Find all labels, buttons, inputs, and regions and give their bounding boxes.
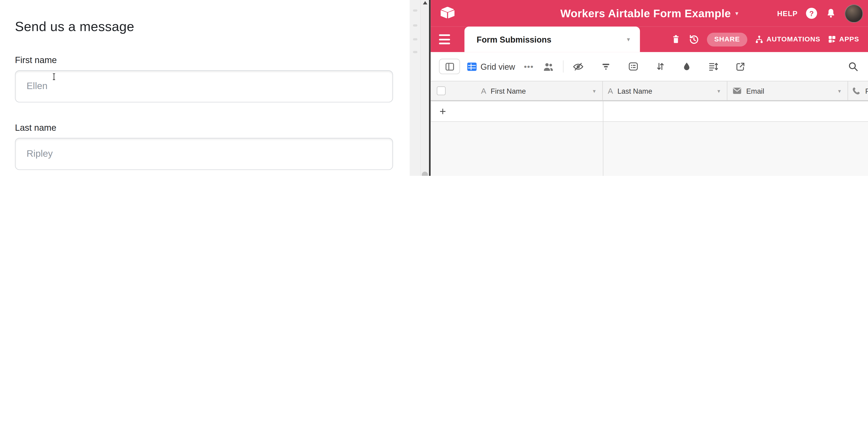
- color-icon[interactable]: [682, 61, 691, 72]
- contact-form: Send us a message First name Last name E…: [15, 0, 393, 176]
- airtable-topbar: Workers Airtable Form Example ▾ HELP ?: [431, 0, 868, 27]
- base-title[interactable]: Workers Airtable Form Example: [560, 7, 731, 20]
- gutter-tick: [413, 51, 417, 53]
- view-more-icon[interactable]: •••: [524, 62, 534, 71]
- hide-fields-icon[interactable]: [572, 61, 584, 72]
- column-header-first-name[interactable]: A First Name ▾: [431, 82, 603, 100]
- share-view-icon[interactable]: [735, 61, 746, 72]
- email-field-type-icon: [732, 87, 742, 95]
- last-name-field-group: Last name: [15, 122, 393, 170]
- apps-button[interactable]: APPS: [828, 35, 859, 44]
- airtable-viewbar: Grid view •••: [431, 52, 868, 81]
- grid-header-row: A First Name ▾ A Last Name ▾ Email ▾: [431, 81, 868, 101]
- notifications-bell-icon[interactable]: [826, 8, 836, 19]
- sort-icon[interactable]: [655, 61, 665, 71]
- first-name-field-group: First name: [15, 55, 393, 102]
- add-row-button[interactable]: +: [431, 101, 868, 122]
- sidebar-icon: [445, 62, 454, 71]
- history-icon[interactable]: [688, 34, 700, 46]
- airtable-window: Workers Airtable Form Example ▾ HELP ? F…: [431, 0, 868, 176]
- views-sidebar-toggle-button[interactable]: [439, 59, 460, 74]
- row-height-icon[interactable]: [708, 61, 719, 71]
- first-name-label: First name: [15, 55, 57, 65]
- automations-icon: [754, 34, 764, 44]
- window-divider: [429, 0, 431, 176]
- apps-label: APPS: [839, 35, 859, 43]
- page-gutter: [410, 0, 420, 176]
- text-cursor-ibeam: [52, 73, 57, 80]
- tables-menu-icon[interactable]: [439, 34, 450, 44]
- page-scroll-thumb[interactable]: [422, 172, 428, 176]
- trash-icon[interactable]: [671, 34, 681, 45]
- view-name[interactable]: Grid view: [480, 62, 515, 71]
- select-all-checkbox[interactable]: [437, 86, 446, 95]
- collaborators-icon[interactable]: [542, 61, 554, 72]
- screen: Send us a message First name Last name E…: [0, 0, 868, 176]
- column-name: Email: [746, 87, 764, 95]
- column-caret-icon[interactable]: ▾: [838, 88, 841, 94]
- table-tab-label: Form Submissions: [464, 34, 551, 44]
- text-field-type-icon: A: [608, 86, 613, 95]
- gutter-tick: [413, 24, 417, 27]
- base-title-caret-icon[interactable]: ▾: [735, 10, 738, 17]
- last-name-label: Last name: [15, 122, 56, 133]
- column-header-email[interactable]: Email ▾: [727, 82, 848, 100]
- help-question-icon[interactable]: ?: [806, 8, 817, 19]
- text-field-type-icon: A: [481, 86, 486, 95]
- column-border-line: [603, 101, 603, 176]
- filter-icon[interactable]: [601, 62, 611, 71]
- help-button[interactable]: HELP: [777, 9, 798, 18]
- grid-canvas: [431, 122, 868, 176]
- page-scrollbar[interactable]: [420, 0, 429, 176]
- scrollbar-up-arrow-icon[interactable]: [423, 1, 427, 4]
- share-button[interactable]: SHARE: [707, 32, 747, 46]
- first-name-input[interactable]: [15, 70, 393, 103]
- group-icon[interactable]: [628, 61, 639, 71]
- phone-field-type-icon: [851, 86, 861, 95]
- airtable-tabbar: Form Submissions ▾ SHARE AUTOMATIONS: [431, 27, 868, 52]
- form-title: Send us a message: [15, 18, 393, 35]
- user-avatar[interactable]: [845, 4, 863, 22]
- automations-label: AUTOMATIONS: [766, 35, 820, 43]
- search-icon[interactable]: [847, 61, 859, 72]
- apps-icon: [828, 35, 836, 44]
- contact-form-page: Send us a message First name Last name E…: [0, 0, 410, 176]
- gutter-tick: [413, 38, 417, 40]
- grid-view-icon[interactable]: [467, 62, 476, 71]
- last-name-input[interactable]: [15, 138, 393, 170]
- tab-form-submissions[interactable]: Form Submissions ▾: [464, 27, 640, 52]
- column-header-phone[interactable]: Phone: [848, 82, 868, 100]
- table-tab-caret-icon[interactable]: ▾: [627, 36, 630, 43]
- column-name: First Name: [491, 87, 526, 95]
- automations-button[interactable]: AUTOMATIONS: [754, 34, 820, 44]
- share-button-label: SHARE: [714, 35, 740, 43]
- airtable-logo-icon[interactable]: [441, 7, 455, 19]
- gutter-tick: [413, 9, 417, 12]
- column-caret-icon[interactable]: ▾: [717, 88, 720, 94]
- column-caret-icon[interactable]: ▾: [593, 88, 596, 94]
- column-header-last-name[interactable]: A Last Name ▾: [603, 82, 727, 100]
- toolbar-divider: [563, 60, 563, 72]
- column-name: Last Name: [618, 87, 652, 95]
- column-name: Phone: [865, 87, 868, 95]
- plus-icon: +: [439, 106, 446, 117]
